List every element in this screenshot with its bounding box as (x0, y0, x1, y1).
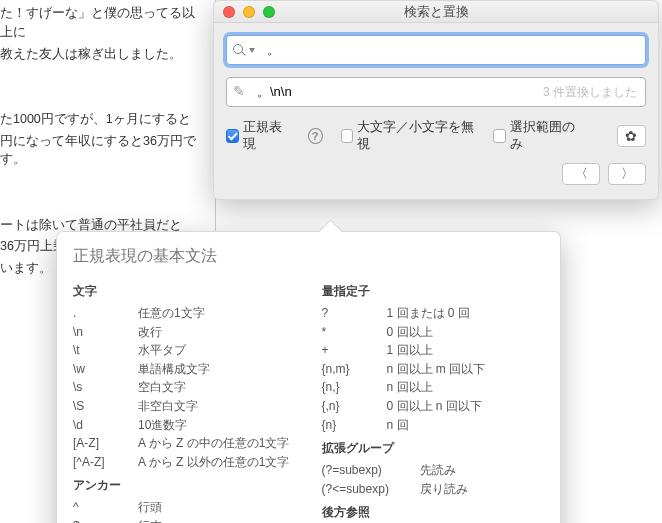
cheat-desc: 任意の1文字 (138, 304, 296, 323)
cheat-row: [^A-Z]A から Z 以外の任意の1文字 (73, 453, 296, 472)
gear-icon: ✿ (625, 128, 637, 144)
chevron-down-icon[interactable] (249, 48, 255, 53)
cheat-row: \t水平タブ (73, 341, 296, 360)
cheat-key: ^ (73, 498, 128, 517)
next-button[interactable]: 〉 (608, 163, 646, 185)
doc-line: 円になって年収にすると36万円です。 (0, 132, 200, 170)
cheat-desc: 単語構成文字 (138, 360, 296, 379)
section-heading: 量指定子 (322, 283, 545, 300)
cheat-row: {n,}n 回以上 (322, 378, 545, 397)
cheat-desc: n 回以上 m 回以下 (387, 360, 545, 379)
cheat-desc: 行頭 (138, 498, 296, 517)
cheat-desc: 水平タブ (138, 341, 296, 360)
cheat-row: (?=subexp)先読み (322, 461, 545, 480)
replace-status: 3 件置換しました (543, 78, 645, 106)
cheat-desc: 行末 (138, 517, 296, 523)
cheat-desc: 空白文字 (138, 378, 296, 397)
cheat-row: \d10進数字 (73, 416, 296, 435)
cheat-desc: A から Z の中の任意の1文字 (138, 434, 296, 453)
cheat-key: $ (73, 517, 128, 523)
section-heading: 後方参照 (322, 504, 545, 521)
cheat-desc: A から Z 以外の任意の1文字 (138, 453, 296, 472)
cheat-key: \s (73, 378, 128, 397)
cheat-row: {,n}0 回以上 n 回以下 (322, 397, 545, 416)
replace-field[interactable]: ✎ 3 件置換しました (226, 77, 646, 107)
cheat-row: (?<=subexp)戻り読み (322, 480, 545, 499)
ignorecase-checkbox[interactable]: 大文字／小文字を無視 (341, 119, 476, 153)
regex-help-popover: 正規表現の基本文法 文字 .任意の1文字\n改行\t水平タブ\w単語構成文字\s… (56, 231, 561, 523)
cheat-row: ?1 回または 0 回 (322, 304, 545, 323)
popover-title: 正規表現の基本文法 (73, 246, 544, 267)
help-icon[interactable]: ? (308, 128, 323, 144)
cheat-key: [^A-Z] (73, 453, 128, 472)
settings-button[interactable]: ✿ (617, 125, 646, 147)
selectiononly-checkbox[interactable]: 選択範囲のみ (493, 119, 580, 153)
cheat-key: \w (73, 360, 128, 379)
popover-right-col: 量指定子 ?1 回または 0 回*0 回以上+1 回以上{n,m}n 回以上 m… (322, 277, 545, 523)
cheat-key: \t (73, 341, 128, 360)
window-title: 検索と置換 (214, 3, 658, 21)
search-field[interactable] (226, 35, 646, 65)
cheat-key: \n (73, 323, 128, 342)
cheat-key: + (322, 341, 377, 360)
pencil-icon: ✎ (233, 83, 245, 99)
cheat-row: \S非空白文字 (73, 397, 296, 416)
cheat-row: \n改行 (73, 323, 296, 342)
cheat-row: \w単語構成文字 (73, 360, 296, 379)
cheat-key: {n,m} (322, 360, 377, 379)
cheat-key: {,n} (322, 397, 377, 416)
popover-left-col: 文字 .任意の1文字\n改行\t水平タブ\w単語構成文字\s空白文字\S非空白文… (73, 277, 296, 523)
section-heading: 文字 (73, 283, 296, 300)
cheat-row: $行末 (73, 517, 296, 523)
cheat-desc: 先読み (420, 461, 545, 480)
cheat-row: ^行頭 (73, 498, 296, 517)
cheat-desc: n 回 (387, 416, 545, 435)
cheat-desc: 1 回または 0 回 (387, 304, 545, 323)
search-icon (233, 44, 246, 57)
find-replace-window: 検索と置換 ✎ 3 件置換しました 正規表現 ? 大文字／小文字 (213, 0, 659, 200)
regex-checkbox[interactable]: 正規表現 (226, 119, 290, 153)
cheat-row: .任意の1文字 (73, 304, 296, 323)
cheat-row: +1 回以上 (322, 341, 545, 360)
doc-line: た1000円ですが、1ヶ月にすると (0, 110, 200, 129)
cheat-desc: 10進数字 (138, 416, 296, 435)
cheat-key: \d (73, 416, 128, 435)
cheat-row: \s空白文字 (73, 378, 296, 397)
cheat-key: (?=subexp) (322, 461, 410, 480)
cheat-desc: 戻り読み (420, 480, 545, 499)
titlebar[interactable]: 検索と置換 (214, 1, 658, 23)
doc-line: 教えた友人は稼ぎ出しました。 (0, 45, 200, 64)
doc-line: た！すげーな」と僕の思ってる以上に (0, 4, 200, 42)
cheat-row: *0 回以上 (322, 323, 545, 342)
cheat-desc: 0 回以上 n 回以下 (387, 397, 545, 416)
cheat-desc: 非空白文字 (138, 397, 296, 416)
replace-input[interactable] (251, 78, 543, 106)
cheat-key: [A-Z] (73, 434, 128, 453)
chevron-left-icon: 〈 (575, 165, 588, 183)
cheat-key: (?<=subexp) (322, 480, 410, 499)
cheat-key: * (322, 323, 377, 342)
checkbox-icon (341, 129, 354, 143)
cheat-key: {n} (322, 416, 377, 435)
cheat-key: . (73, 304, 128, 323)
selectiononly-label: 選択範囲のみ (510, 119, 581, 153)
search-input[interactable] (261, 36, 645, 64)
cheat-row: {n}n 回 (322, 416, 545, 435)
cheat-row: [A-Z]A から Z の中の任意の1文字 (73, 434, 296, 453)
regex-label: 正規表現 (243, 119, 290, 153)
section-heading: 拡張グループ (322, 440, 545, 457)
cheat-desc: 1 回以上 (387, 341, 545, 360)
checkbox-icon (493, 129, 506, 143)
cheat-row: {n,m}n 回以上 m 回以下 (322, 360, 545, 379)
cheat-key: \S (73, 397, 128, 416)
cheat-desc: 改行 (138, 323, 296, 342)
cheat-desc: 0 回以上 (387, 323, 545, 342)
cheat-key: {n,} (322, 378, 377, 397)
checkbox-icon (226, 129, 239, 143)
section-heading: アンカー (73, 477, 296, 494)
ignorecase-label: 大文字／小文字を無視 (357, 119, 475, 153)
prev-button[interactable]: 〈 (562, 163, 600, 185)
cheat-desc: n 回以上 (387, 378, 545, 397)
chevron-right-icon: 〉 (621, 165, 634, 183)
cheat-key: ? (322, 304, 377, 323)
